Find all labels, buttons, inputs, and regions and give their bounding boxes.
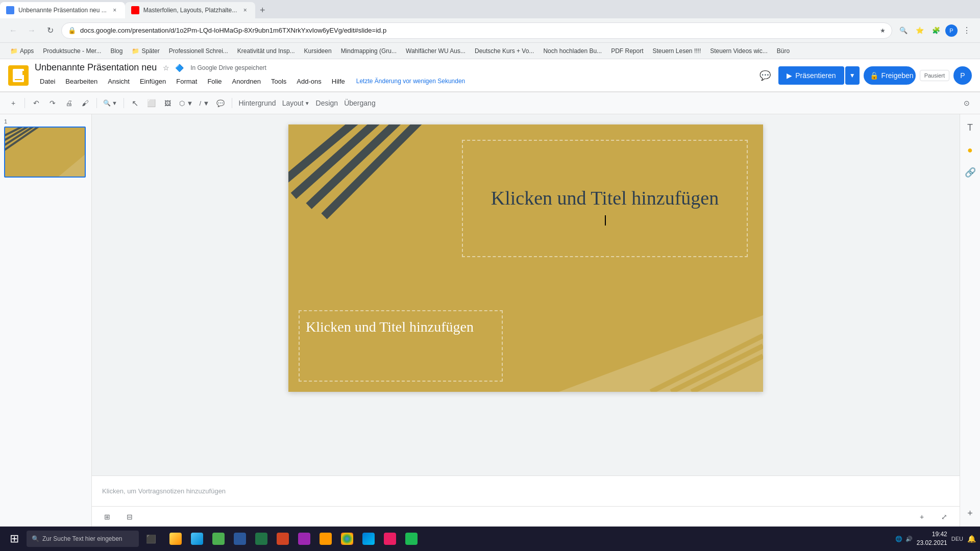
bookmark-pdf[interactable]: PDF Report	[607, 45, 647, 57]
taskbar-word[interactable]	[230, 529, 250, 549]
tab-slides[interactable]: Unbenannte Präsentation neu ... ×	[0, 2, 125, 18]
network-icon[interactable]: 🌐	[895, 536, 902, 542]
new-tab-button[interactable]: +	[255, 3, 270, 17]
sidebar-link-icon[interactable]: 🔗	[961, 163, 979, 182]
bookmark-apps[interactable]: 📁 Apps	[6, 45, 38, 57]
paint-format-btn[interactable]: 🖌	[78, 95, 92, 111]
sidebar-add-icon[interactable]: +	[961, 504, 979, 522]
expand-btn[interactable]: ⤢	[937, 510, 951, 524]
taskbar-filemanager[interactable]	[187, 529, 207, 549]
taskbar-unknown1[interactable]	[208, 529, 229, 549]
bookmark-steuern-videos[interactable]: Steuern Videos wic...	[706, 45, 772, 57]
comment-toolbar-btn[interactable]: 💬	[213, 95, 228, 111]
bookmark-mindmapping[interactable]: Mindmapping (Gru...	[337, 45, 401, 57]
menu-addons[interactable]: Add-ons	[291, 74, 326, 88]
cursor-btn[interactable]: ↖	[128, 95, 142, 111]
zoom-btn[interactable]: 🔍 ▼	[101, 95, 119, 111]
layout-btn[interactable]: Layout ▼	[280, 95, 312, 111]
back-button[interactable]: ←	[6, 23, 20, 38]
design-btn[interactable]: Design	[314, 95, 340, 111]
comment-button[interactable]: 💬	[756, 66, 774, 85]
windows-start-button[interactable]: ⊞	[4, 529, 24, 549]
bookmark-steuern-lesen[interactable]: Steuern Lesen !!!!	[648, 45, 705, 57]
menu-hilfe[interactable]: Hilfe	[327, 74, 350, 88]
menu-tools[interactable]: Tools	[266, 74, 291, 88]
drive-icon[interactable]: 🔷	[174, 63, 184, 73]
present-button[interactable]: ▶ Präsentieren	[778, 66, 844, 85]
bookmark-deutsche[interactable]: Deutsche Kurs + Vo...	[471, 45, 538, 57]
taskbar-search[interactable]: 🔍 Zur Suche Text hier eingeben	[27, 531, 139, 547]
menu-format[interactable]: Format	[171, 74, 202, 88]
bookmark-kursideen[interactable]: Kursideen	[300, 45, 336, 57]
taskbar-ppt[interactable]	[273, 529, 293, 549]
background-btn[interactable]: Hintergrund	[236, 95, 278, 111]
taskbar-unknown3[interactable]	[315, 529, 336, 549]
print-btn[interactable]: 🖨	[62, 95, 76, 111]
grid-view-btn[interactable]: ⊟	[122, 510, 137, 524]
bookmark-hochladen[interactable]: Noch hochladen Bu...	[539, 45, 606, 57]
profile-icon[interactable]: P	[945, 24, 958, 37]
forward-button[interactable]: →	[24, 23, 39, 38]
menu-bearbeiten[interactable]: Bearbeiten	[60, 74, 103, 88]
present-dropdown[interactable]: ▼	[845, 66, 860, 85]
bookmark-kreativität[interactable]: Kreativität und Insp...	[233, 45, 299, 57]
transition-btn[interactable]: Übergang	[342, 95, 378, 111]
volume-icon[interactable]: 🔊	[905, 536, 913, 542]
bookmark-büro[interactable]: Büro	[773, 45, 794, 57]
slide-thumbnail-1[interactable]	[4, 127, 86, 178]
taskbar-unknown4[interactable]	[380, 529, 400, 549]
notifications-icon[interactable]: 🔔	[967, 535, 976, 543]
paused-btn[interactable]: Pausiert	[920, 70, 949, 81]
zoom-icon[interactable]: 🔍	[896, 23, 911, 38]
title-text-box[interactable]: Klicken und Titel hinzufügen	[462, 140, 748, 257]
subtitle-text-box[interactable]: Klicken und Titel hinzufügen	[299, 310, 503, 382]
add-slide-btn[interactable]: +	[6, 95, 20, 111]
slide-view-btn[interactable]: ⊞	[100, 510, 114, 524]
taskbar-excel[interactable]	[251, 529, 272, 549]
image-btn[interactable]: 🖼	[161, 95, 175, 111]
menu-einfügen[interactable]: Einfügen	[135, 74, 171, 88]
tab-close-slides[interactable]: ×	[111, 6, 119, 14]
address-bar[interactable]: 🔒 docs.google.com/presentation/d/1o2Pm-L…	[61, 22, 892, 39]
tab-youtube[interactable]: Masterfolien, Layouts, Platzhalte... ×	[125, 2, 255, 18]
bookmark-wahlfächer[interactable]: Wahlfächer WU Aus...	[402, 45, 470, 57]
more-options-icon[interactable]: ⋮	[960, 23, 974, 38]
sidebar-text-icon[interactable]: T	[961, 118, 979, 137]
slide-canvas[interactable]: Klicken und Titel hinzufügen Klicken und…	[288, 124, 763, 392]
taskbar-unknown2[interactable]	[294, 529, 314, 549]
add-note-btn[interactable]: +	[915, 510, 929, 524]
taskbar-explorer[interactable]	[165, 529, 186, 549]
taskbar-unknown5[interactable]	[401, 529, 422, 549]
menu-anordnen[interactable]: Anordnen	[227, 74, 266, 88]
nav-icons: 🔍 ⭐ 🧩 P ⋮	[896, 23, 974, 38]
collapse-sidebar-btn[interactable]: ⊙	[960, 95, 974, 111]
sidebar-color-icon[interactable]: ●	[961, 141, 979, 159]
taskbar-chrome[interactable]	[337, 529, 357, 549]
menu-ansicht[interactable]: Ansicht	[103, 74, 135, 88]
redo-btn[interactable]: ↷	[45, 95, 60, 111]
notes-area[interactable]: Klicken, um Vortragsnotizen hinzuzufügen	[92, 475, 960, 506]
taskbar-edge[interactable]	[358, 529, 379, 549]
menu-folie[interactable]: Folie	[202, 74, 227, 88]
bookmark-später[interactable]: 📁 Später	[128, 45, 163, 57]
shapes-btn[interactable]: ⬡ ▼	[177, 95, 195, 111]
textbox-btn[interactable]: ⬜	[144, 95, 159, 111]
bookmark-produktsuche[interactable]: Produktsuche - Mer...	[39, 45, 105, 57]
menu-datei[interactable]: Datei	[35, 74, 60, 88]
star-icon[interactable]: ☆	[161, 63, 171, 73]
doc-title[interactable]: Unbenannte Präsentation neu	[35, 62, 157, 73]
notes-placeholder: Klicken, um Vortragsnotizen hinzuzufügen	[102, 487, 226, 495]
user-avatar[interactable]: P	[953, 66, 972, 85]
line-btn[interactable]: / ▼	[197, 95, 211, 111]
undo-btn[interactable]: ↶	[29, 95, 43, 111]
bookmark-icon[interactable]: ⭐	[913, 23, 927, 38]
share-btn[interactable]: 🔒 Freigeben	[864, 66, 916, 85]
reload-button[interactable]: ↻	[43, 23, 57, 38]
tab-close-youtube[interactable]: ×	[241, 6, 249, 14]
task-view-btn[interactable]: ⬛	[141, 529, 161, 549]
last-saved-link[interactable]: Letzte Änderung vor wenigen Sekunden	[356, 78, 465, 85]
bookmark-professionell[interactable]: Professionell Schrei...	[165, 45, 232, 57]
time-display: 19:42	[917, 530, 947, 539]
bookmark-blog[interactable]: Blog	[106, 45, 127, 57]
extensions-icon[interactable]: 🧩	[929, 23, 943, 38]
